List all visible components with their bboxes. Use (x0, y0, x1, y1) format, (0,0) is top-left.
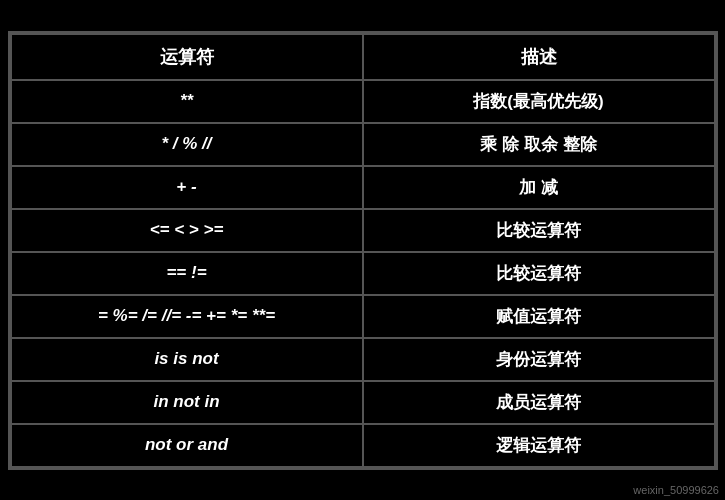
watermark: weixin_50999626 (633, 484, 719, 496)
operator-cell: + - (11, 166, 363, 209)
description-cell: 比较运算符 (363, 252, 715, 295)
table-row: **指数(最高优先级) (11, 80, 715, 123)
operator-cell: * / % // (11, 123, 363, 166)
table-row: == !=比较运算符 (11, 252, 715, 295)
table-row: is is not身份运算符 (11, 338, 715, 381)
description-cell: 赋值运算符 (363, 295, 715, 338)
table-row: not or and逻辑运算符 (11, 424, 715, 467)
header-description: 描述 (363, 34, 715, 80)
operator-cell: in not in (11, 381, 363, 424)
description-cell: 身份运算符 (363, 338, 715, 381)
operator-cell: not or and (11, 424, 363, 467)
operator-table-container: 运算符 描述 **指数(最高优先级)* / % //乘 除 取余 整除+ -加 … (8, 31, 718, 470)
operator-cell: = %= /= //= -= += *= **= (11, 295, 363, 338)
table-row: <= < > >=比较运算符 (11, 209, 715, 252)
description-cell: 加 减 (363, 166, 715, 209)
description-cell: 逻辑运算符 (363, 424, 715, 467)
table-header-row: 运算符 描述 (11, 34, 715, 80)
operator-cell: is is not (11, 338, 363, 381)
description-cell: 成员运算符 (363, 381, 715, 424)
table-row: + -加 减 (11, 166, 715, 209)
description-cell: 比较运算符 (363, 209, 715, 252)
header-operator: 运算符 (11, 34, 363, 80)
operator-cell: == != (11, 252, 363, 295)
description-cell: 指数(最高优先级) (363, 80, 715, 123)
table-row: * / % //乘 除 取余 整除 (11, 123, 715, 166)
description-cell: 乘 除 取余 整除 (363, 123, 715, 166)
table-row: = %= /= //= -= += *= **=赋值运算符 (11, 295, 715, 338)
operator-table: 运算符 描述 **指数(最高优先级)* / % //乘 除 取余 整除+ -加 … (10, 33, 716, 468)
table-row: in not in成员运算符 (11, 381, 715, 424)
operator-cell: <= < > >= (11, 209, 363, 252)
operator-cell: ** (11, 80, 363, 123)
